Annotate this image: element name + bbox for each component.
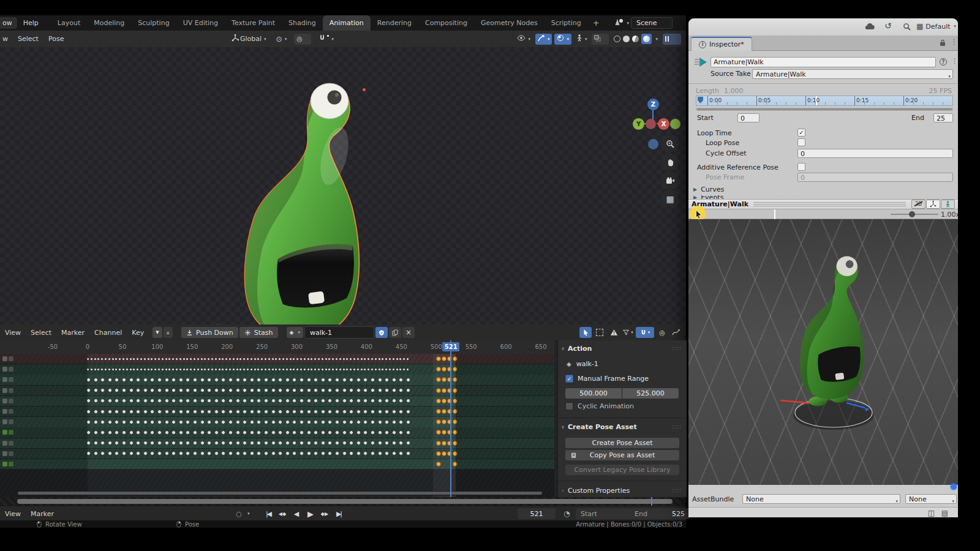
keyframe[interactable] xyxy=(236,430,240,435)
keyframe[interactable] xyxy=(321,399,325,403)
keyframe[interactable] xyxy=(221,441,225,445)
timeline-marker-menu[interactable]: Marker xyxy=(31,510,54,518)
gizmo-x-axis[interactable]: X xyxy=(658,118,669,130)
keyframe[interactable] xyxy=(136,451,140,455)
keyframe[interactable] xyxy=(385,451,389,455)
zoom-tool-button[interactable] xyxy=(662,136,678,152)
keyframe[interactable] xyxy=(399,441,403,445)
keyframe[interactable] xyxy=(200,388,205,392)
keyframe[interactable] xyxy=(236,410,240,414)
channel-icon[interactable] xyxy=(9,451,13,456)
keyframe[interactable] xyxy=(193,399,197,403)
keyframe[interactable] xyxy=(147,368,150,371)
keyframe[interactable] xyxy=(111,368,115,371)
keyframe[interactable] xyxy=(300,368,303,371)
menu-dots-icon[interactable]: ⋮ xyxy=(951,38,957,46)
keyframe[interactable] xyxy=(406,451,410,455)
keyframe[interactable] xyxy=(136,358,139,361)
workspace-tab-sculpting[interactable]: Sculpting xyxy=(131,15,176,31)
keyframe[interactable] xyxy=(172,399,176,403)
keyframe[interactable] xyxy=(264,378,268,382)
keyframe[interactable] xyxy=(165,368,168,371)
keyframe[interactable] xyxy=(136,430,140,435)
keyframe[interactable] xyxy=(402,368,405,371)
keyframe[interactable] xyxy=(203,368,206,371)
keyframe[interactable] xyxy=(94,378,98,382)
loop-pose-checkbox[interactable] xyxy=(797,138,805,146)
keyframe[interactable] xyxy=(392,388,396,392)
move-channel-down-button[interactable]: ▼ xyxy=(153,327,162,338)
keyframe[interactable] xyxy=(94,430,98,435)
keyframe[interactable] xyxy=(328,388,332,392)
keyframe[interactable] xyxy=(86,410,91,414)
keyframe[interactable] xyxy=(363,388,368,392)
keyframe[interactable] xyxy=(126,358,129,361)
keyframe[interactable] xyxy=(396,358,399,361)
keyframe[interactable] xyxy=(221,378,225,382)
keyframe[interactable] xyxy=(371,451,375,455)
keyframe[interactable] xyxy=(349,430,353,435)
snapping-dropdown[interactable]: ▾ xyxy=(316,34,336,45)
toggle-xray-button[interactable] xyxy=(592,34,609,45)
keyframe[interactable] xyxy=(197,368,200,371)
keyframe[interactable] xyxy=(165,430,169,435)
keyframe[interactable] xyxy=(271,441,276,445)
keyframe[interactable] xyxy=(406,420,410,424)
keyframe[interactable] xyxy=(399,410,403,414)
pivot-gizmo-button[interactable] xyxy=(926,200,940,209)
keyframe-selected[interactable] xyxy=(442,441,447,446)
keyframe[interactable] xyxy=(314,388,318,392)
channel-icon[interactable] xyxy=(2,367,7,372)
keyframe[interactable] xyxy=(157,441,162,445)
keyframe[interactable] xyxy=(399,420,403,424)
keyframe[interactable] xyxy=(250,399,254,403)
keyframe[interactable] xyxy=(378,399,382,403)
keyframe[interactable] xyxy=(179,399,183,403)
keyframe[interactable] xyxy=(132,358,135,361)
keyframe[interactable] xyxy=(349,358,352,361)
keyframe[interactable] xyxy=(292,410,296,414)
keyframe-selected[interactable] xyxy=(442,367,447,372)
keyframe[interactable] xyxy=(186,388,190,392)
keyframe[interactable] xyxy=(385,430,389,435)
keyframe[interactable] xyxy=(300,378,304,382)
keyframe[interactable] xyxy=(278,410,282,414)
keyframe[interactable] xyxy=(221,388,225,392)
keyframe[interactable] xyxy=(236,358,239,361)
keyframe[interactable] xyxy=(147,358,150,361)
channel-icon[interactable] xyxy=(2,430,7,435)
view-menu[interactable]: w xyxy=(2,35,8,43)
keyframe[interactable] xyxy=(165,399,169,403)
keyframe[interactable] xyxy=(225,368,228,371)
keyframe[interactable] xyxy=(165,388,169,392)
keyframe[interactable] xyxy=(300,430,304,435)
channel-icon[interactable] xyxy=(2,399,7,403)
manual-frame-range-checkbox[interactable] xyxy=(565,375,573,383)
timeline-scrollbar[interactable] xyxy=(17,499,673,504)
keyframe[interactable] xyxy=(257,378,261,382)
loop-time-checkbox[interactable] xyxy=(797,129,805,137)
toggle-2d-button[interactable]: 2D xyxy=(911,200,925,209)
keyframe[interactable] xyxy=(108,388,112,392)
channel-icon[interactable] xyxy=(9,356,13,361)
keyframe[interactable] xyxy=(243,358,246,361)
copy-pose-as-asset-button[interactable]: Copy Pose as Asset xyxy=(565,450,679,460)
keyframe[interactable] xyxy=(250,388,254,392)
keyframe[interactable] xyxy=(172,358,175,361)
keyframe[interactable] xyxy=(388,358,391,361)
keyframe[interactable] xyxy=(97,368,100,371)
keyframe[interactable] xyxy=(349,388,353,392)
channel-icon[interactable] xyxy=(9,409,13,414)
keyframe[interactable] xyxy=(371,358,374,361)
keyframe[interactable] xyxy=(94,399,98,403)
keyframe[interactable] xyxy=(236,399,240,403)
keyframe[interactable] xyxy=(406,388,410,392)
keyframe[interactable] xyxy=(200,420,205,424)
dopesheet-ruler[interactable]: -500501001502002503003504004505005506006… xyxy=(0,340,554,354)
keyframe[interactable] xyxy=(392,451,396,455)
keyframe[interactable] xyxy=(86,368,89,371)
keyframe[interactable] xyxy=(257,430,261,435)
falloff-curve-icon[interactable] xyxy=(670,327,682,338)
keyframe[interactable] xyxy=(349,378,353,382)
keyframe[interactable] xyxy=(274,358,277,361)
